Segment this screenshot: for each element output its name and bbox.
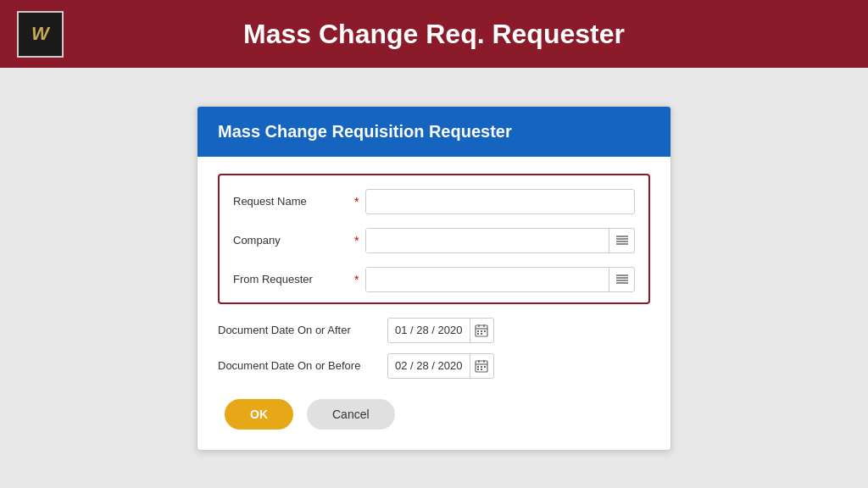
dialog-header: Mass Change Requisition Requester	[198, 107, 670, 157]
required-fields-section: Request Name * Company *	[218, 174, 650, 304]
app-header: W Mass Change Req. Requester	[0, 0, 868, 68]
from-requester-label: From Requester	[233, 273, 352, 286]
request-name-row: Request Name *	[233, 189, 635, 214]
company-row: Company *	[233, 228, 635, 253]
date-on-or-after-calendar-icon[interactable]	[470, 319, 493, 342]
date-fields-section: Document Date On or After 01 / 28 / 2020	[218, 318, 650, 379]
main-content: Mass Change Requisition Requester Reques…	[0, 68, 868, 488]
cancel-button[interactable]: Cancel	[307, 399, 395, 430]
from-requester-required: *	[354, 273, 359, 286]
company-label: Company	[233, 234, 352, 247]
wsu-logo: W	[17, 11, 64, 58]
from-requester-field	[365, 267, 635, 292]
svg-rect-24	[477, 369, 479, 370]
svg-rect-23	[484, 366, 486, 368]
date-on-or-before-field: 02 / 28 / 2020	[387, 353, 494, 379]
request-name-required: *	[354, 195, 359, 208]
dialog-title: Mass Change Requisition Requester	[218, 122, 650, 141]
company-field	[365, 228, 635, 253]
svg-rect-14	[484, 330, 486, 332]
date-on-or-before-label: Document Date On or Before	[218, 359, 387, 372]
date-on-or-before-calendar-icon[interactable]	[470, 354, 493, 378]
page-title: Mass Change Req. Requester	[81, 19, 787, 50]
from-requester-row: From Requester *	[233, 267, 635, 292]
svg-rect-15	[477, 333, 479, 335]
svg-rect-25	[481, 369, 482, 370]
svg-rect-21	[477, 366, 479, 368]
date-on-or-after-row: Document Date On or After 01 / 28 / 2020	[218, 318, 650, 343]
from-requester-list-icon[interactable]	[609, 268, 634, 291]
calendar-svg-1	[475, 324, 488, 337]
company-list-icon[interactable]	[609, 229, 634, 252]
date-on-or-before-value: 02 / 28 / 2020	[388, 359, 470, 372]
date-on-or-before-row: Document Date On or Before 02 / 28 / 202…	[218, 353, 650, 379]
dialog-body: Request Name * Company *	[198, 157, 670, 450]
svg-rect-13	[481, 330, 482, 332]
svg-rect-12	[477, 330, 479, 332]
company-required: *	[354, 234, 359, 247]
ok-button[interactable]: OK	[225, 399, 293, 430]
from-requester-input[interactable]	[366, 268, 609, 291]
svg-rect-22	[481, 366, 482, 368]
logo-text: W	[31, 23, 49, 45]
date-on-or-after-value: 01 / 28 / 2020	[388, 324, 470, 336]
svg-rect-16	[481, 333, 482, 335]
from-requester-list-svg-icon	[615, 274, 629, 286]
dialog-card: Mass Change Requisition Requester Reques…	[197, 106, 671, 451]
company-input[interactable]	[366, 229, 609, 252]
request-name-label: Request Name	[233, 195, 352, 208]
date-on-or-after-label: Document Date On or After	[218, 324, 387, 336]
button-row: OK Cancel	[218, 399, 650, 430]
list-svg-icon	[615, 235, 629, 247]
request-name-input[interactable]	[365, 189, 635, 214]
calendar-svg-2	[475, 359, 488, 373]
date-on-or-after-field: 01 / 28 / 2020	[387, 318, 494, 343]
